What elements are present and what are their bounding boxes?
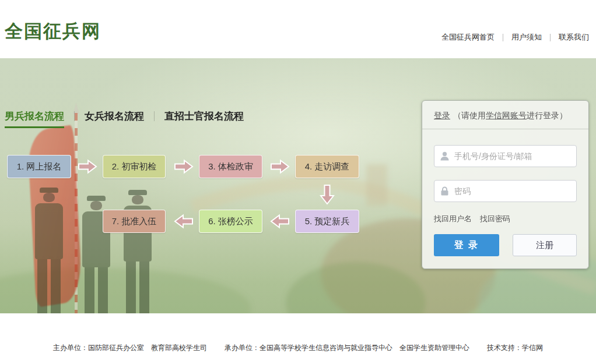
nav-separator [503, 34, 503, 41]
login-divider [422, 129, 588, 129]
login-title: 登录 [434, 111, 450, 120]
login-note-prefix: （请使用 [453, 111, 486, 120]
hero-banner: 男兵报名流程 女兵报名流程 直招士官报名流程 1. 网上报名 2. 初审初检 3… [0, 58, 596, 313]
user-icon [440, 151, 449, 161]
nav-contact-link[interactable]: 联系我们 [559, 32, 589, 43]
footer-tech-support: 技术支持：学信网 [487, 343, 543, 353]
arrow-down-icon [320, 184, 335, 205]
forgot-username-link[interactable]: 找回用户名 [434, 214, 472, 224]
site-header: 全国征兵网 全国征兵网首页 用户须知 联系我们 [0, 0, 596, 58]
username-input[interactable] [454, 151, 570, 161]
account-recovery-links: 找回用户名 找回密码 [434, 214, 577, 224]
register-button[interactable]: 注册 [513, 234, 577, 256]
login-button[interactable]: 登 录 [434, 234, 499, 256]
login-header: 登录（请使用学信网账号进行登录） [422, 101, 588, 129]
flow-step-6: 6. 张榜公示 [199, 210, 262, 233]
login-buttons-row: 登 录 注册 [434, 234, 577, 256]
tab-separator [154, 111, 155, 121]
soldier-silhouette [30, 188, 68, 313]
nav-separator [550, 34, 551, 41]
flow-step-5: 5. 预定新兵 [295, 210, 359, 233]
flow-step-3: 3. 体检政审 [199, 155, 262, 178]
forgot-password-link[interactable]: 找回密码 [480, 214, 510, 224]
username-field-box [434, 145, 577, 167]
password-field-box [434, 180, 577, 202]
login-form: 找回用户名 找回密码 登 录 注册 [422, 145, 588, 256]
arrow-right-icon [78, 159, 97, 174]
nav-user-notice-link[interactable]: 用户须知 [511, 32, 542, 43]
soldier-silhouette [119, 190, 156, 313]
lock-icon [440, 186, 449, 196]
login-note-suffix: 进行登录） [527, 111, 567, 120]
top-nav: 全国征兵网首页 用户须知 联系我们 [441, 32, 589, 43]
footer-organizer-units: 承办单位：全国高等学校学生信息咨询与就业指导中心 全国学生资助管理中心 [225, 343, 469, 353]
flow-step-1: 1. 网上报名 [7, 155, 71, 178]
page-footer: 主办单位：国防部征兵办公室 教育部高校学生司 承办单位：全国高等学校学生信息咨询… [0, 313, 596, 364]
flow-step-4: 4. 走访调查 [295, 155, 359, 178]
nav-home-link[interactable]: 全国征兵网首页 [441, 32, 495, 43]
tab-separator [74, 111, 75, 121]
flow-step-2: 2. 初审初检 [103, 155, 166, 178]
tab-female-enlistment[interactable]: 女兵报名流程 [85, 109, 144, 128]
arrow-right-icon [174, 159, 194, 174]
site-logo[interactable]: 全国征兵网 [5, 19, 101, 44]
password-input[interactable] [454, 186, 570, 196]
flow-step-7: 7. 批准入伍 [103, 210, 166, 233]
arrow-left-icon [270, 214, 290, 229]
tab-nco-enlistment[interactable]: 直招士官报名流程 [164, 109, 244, 128]
process-tabs: 男兵报名流程 女兵报名流程 直招士官报名流程 [5, 109, 244, 128]
tab-male-enlistment[interactable]: 男兵报名流程 [5, 109, 64, 128]
arrow-left-icon [174, 214, 194, 229]
chsi-account-link[interactable]: 学信网账号 [486, 111, 527, 120]
footer-host-units: 主办单位：国防部征兵办公室 教育部高校学生司 [53, 343, 207, 353]
arrow-right-icon [270, 159, 290, 174]
footer-credits: 主办单位：国防部征兵办公室 教育部高校学生司 承办单位：全国高等学校学生信息咨询… [0, 313, 596, 353]
login-panel: 登录（请使用学信网账号进行登录） 找回用户名 找回密码 [422, 100, 589, 269]
